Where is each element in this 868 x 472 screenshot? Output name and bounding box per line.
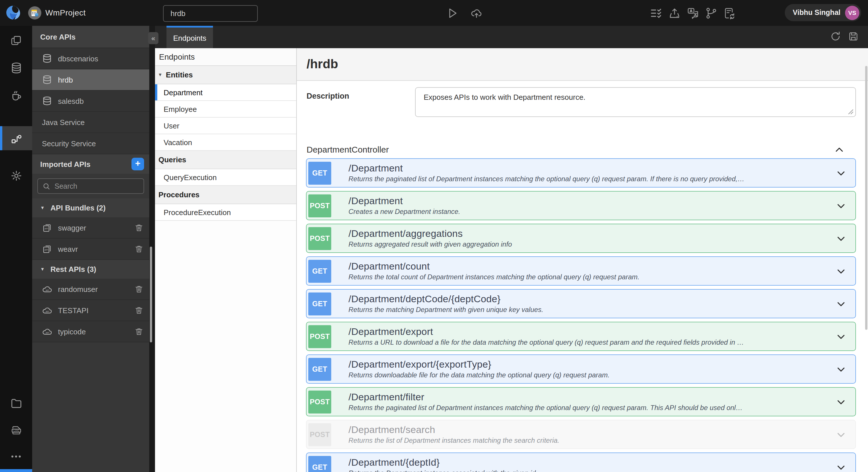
sidebar-scrollbar[interactable]	[150, 247, 152, 342]
service-header-band: /hrdb	[297, 48, 868, 81]
user-menu[interactable]: Vibhu Singhal VS	[785, 4, 861, 21]
chevron-down-icon[interactable]	[836, 266, 846, 276]
delete-icon[interactable]	[134, 327, 144, 336]
file-sync-icon[interactable]	[723, 7, 735, 20]
refresh-icon[interactable]	[830, 31, 842, 42]
deploy-icon[interactable]	[668, 7, 681, 20]
sidebar-item-randomuser[interactable]: API randomuser	[32, 279, 149, 300]
sidebar-item-label: Security Service	[42, 139, 96, 148]
sidebar-item-typicode[interactable]: API typicode	[32, 321, 149, 342]
sidebar-item-weavr[interactable]: API weavr	[32, 239, 149, 260]
tree-item-user[interactable]: User	[155, 117, 296, 134]
chevron-down-icon[interactable]	[836, 233, 846, 243]
endpoint-card[interactable]: GET /Department/export/{exportType} Retu…	[306, 355, 856, 384]
java-coffee-icon[interactable]	[0, 83, 32, 107]
chevron-down-icon[interactable]	[836, 429, 846, 440]
folder-icon[interactable]	[0, 391, 32, 415]
chevron-down-icon[interactable]	[836, 364, 846, 374]
tree-section-entities[interactable]: ▼ Entities	[155, 66, 296, 84]
sidebar-item-swagger[interactable]: API swagger	[32, 217, 149, 239]
tree-item-label: ProcedureExecution	[164, 208, 231, 216]
add-api-button[interactable]: +	[131, 158, 144, 170]
method-badge: GET	[308, 456, 331, 472]
endpoint-path: /Department/{deptId}	[348, 457, 796, 469]
chevron-up-icon[interactable]	[835, 145, 844, 154]
git-branch-icon[interactable]	[705, 7, 718, 20]
controller-name: DepartmentController	[307, 144, 389, 154]
endpoint-card[interactable]: POST /Department/aggregations Returns ag…	[306, 224, 856, 253]
endpoint-card[interactable]: POST /Department Creates a new Departmen…	[306, 191, 856, 220]
sidebar-item-salesdb[interactable]: salesdb	[32, 91, 149, 112]
svg-text:API: API	[45, 310, 49, 313]
tree-item-queryexecution[interactable]: QueryExecution	[155, 169, 296, 186]
settings-gear-icon[interactable]	[0, 164, 32, 188]
sidebar-item-label: salesdb	[58, 97, 84, 105]
endpoint-card[interactable]: GET /Department/deptCode/{deptCode} Retu…	[306, 289, 856, 318]
description-textarea[interactable]: Exposes APIs to work with Department res…	[415, 87, 856, 117]
rest-apis-group-header[interactable]: ▼ Rest APIs (3)	[32, 260, 149, 279]
delete-icon[interactable]	[134, 306, 144, 315]
tree-item-vacation[interactable]: Vacation	[155, 134, 296, 151]
api-bundles-group-header[interactable]: ▼ API Bundles (2)	[32, 198, 149, 217]
endpoint-card[interactable]: GET /Department/{deptId} Returns the Dep…	[306, 452, 856, 472]
section-label: Entities	[166, 71, 193, 79]
endpoint-path: /Department/export/{exportType}	[348, 359, 796, 370]
tree-section-queries[interactable]: Queries	[155, 151, 296, 169]
save-icon[interactable]	[848, 31, 859, 42]
database-icon	[42, 53, 52, 64]
chevron-down-icon[interactable]	[836, 168, 846, 178]
endpoint-card[interactable]: POST /Department/export Returns a URL to…	[306, 322, 856, 351]
sidebar-item-label: weavr	[58, 245, 78, 253]
endpoint-card[interactable]: GET /Department/count Returns the total …	[306, 256, 856, 285]
tree-item-procedureexecution[interactable]: ProcedureExecution	[155, 204, 296, 221]
endpoint-description: Returns the total count of Department in…	[348, 273, 796, 281]
tab-endpoints[interactable]: Endpoints	[166, 26, 213, 48]
api-bundle-icon: API	[42, 244, 52, 254]
sidebar-item-security-service[interactable]: Security Service	[32, 133, 149, 154]
database-icon[interactable]	[0, 56, 32, 80]
wavemaker-logo-icon[interactable]	[5, 5, 21, 21]
cloud-upload-icon[interactable]	[470, 7, 483, 20]
endpoint-card-disabled[interactable]: POST /Department/search Returns the list…	[306, 420, 856, 449]
tree-item-employee[interactable]: Employee	[155, 101, 296, 117]
sidebar-item-dbscenarios[interactable]: dbscenarios	[32, 48, 149, 69]
pages-icon[interactable]	[0, 29, 32, 53]
run-play-icon[interactable]	[446, 7, 459, 20]
chevron-down-icon[interactable]	[836, 200, 846, 211]
service-detail-panel: /hrdb Description Exposes APIs to work w…	[297, 48, 868, 472]
endpoint-description: Returns the list of Department instances…	[348, 436, 796, 444]
project-icon[interactable]	[28, 6, 41, 20]
endpoint-path: /Department	[348, 163, 796, 174]
search-icon	[42, 182, 51, 190]
delete-icon[interactable]	[134, 223, 144, 232]
delete-icon[interactable]	[134, 244, 144, 254]
sidebar-search[interactable]	[37, 178, 144, 194]
sidebar-item-hrdb[interactable]: hrdb	[32, 69, 149, 91]
checklist-icon[interactable]	[650, 7, 662, 20]
delete-icon[interactable]	[134, 284, 144, 294]
chevron-down-icon[interactable]	[836, 462, 846, 472]
log-file-icon[interactable]: LOG	[0, 418, 32, 442]
tree-item-department[interactable]: Department	[155, 84, 296, 101]
main-scrollbar[interactable]	[865, 66, 867, 330]
imported-apis-title: Imported APIs	[40, 160, 90, 168]
endpoint-card[interactable]: GET /Department Returns the paginated li…	[306, 158, 856, 188]
sidebar-item-java-service[interactable]: Java Service	[32, 112, 149, 133]
apis-endpoints-icon[interactable]	[0, 126, 32, 150]
translate-icon[interactable]	[687, 7, 699, 20]
project-search-input[interactable]	[163, 5, 258, 22]
app-window: WmProject	[0, 0, 868, 472]
chevron-down-icon[interactable]	[836, 299, 846, 309]
tree-section-procedures[interactable]: Procedures	[155, 186, 296, 204]
more-ellipsis-icon[interactable]	[0, 444, 32, 469]
core-apis-header: Core APIs	[32, 26, 149, 48]
sidebar-search-input[interactable]	[55, 182, 135, 190]
project-name: WmProject	[45, 8, 86, 17]
database-icon	[42, 96, 52, 106]
controller-header[interactable]: DepartmentController	[307, 144, 857, 156]
chevron-down-icon[interactable]	[836, 397, 846, 407]
sidebar-collapse-button[interactable]: «	[148, 32, 158, 44]
sidebar-item-testapi[interactable]: API TESTAPI	[32, 300, 149, 321]
chevron-down-icon[interactable]	[836, 331, 846, 341]
endpoint-card[interactable]: POST /Department/filter Returns the pagi…	[306, 387, 856, 416]
